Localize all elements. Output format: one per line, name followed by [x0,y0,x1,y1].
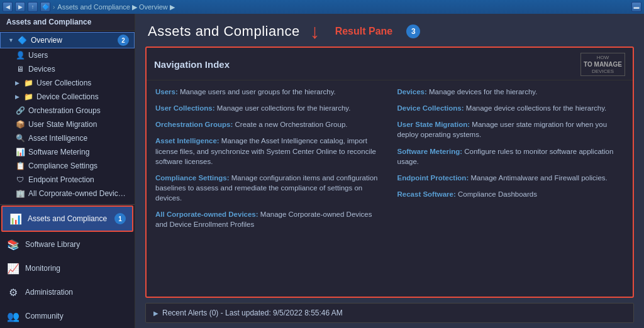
tree-item-software-metering[interactable]: 📊 Software Metering [0,145,135,159]
user-collections-icon: 📁 [23,78,33,88]
title-bar: ◀ ▶ ↑ 🔷 › Assets and Compliance ▶ Overvi… [0,0,644,14]
tree-item-users[interactable]: 👤 Users [0,48,135,62]
nav-entry-dev-text: Manage devices for the hierarchy. [429,88,537,96]
nav-entry-uc-text: Manage user collections for the hierarch… [217,104,351,112]
tree-item-compliance[interactable]: 📋 Compliance Settings [0,159,135,173]
down-arrow-icon: ↓ [310,21,320,41]
overview-icon: 🔷 [18,35,28,45]
compliance-icon: 📋 [15,161,25,171]
community-icon: 👥 [6,309,20,323]
nav-entry-user-collections: User Collections: Manage user collection… [155,103,382,113]
expand-icon-user-collections: ▶ [15,80,19,86]
nav-col-left: Users: Manage users and user groups for … [155,87,382,290]
tree-label-compliance: Compliance Settings [28,161,97,170]
nav-entry-device-collections: Device Collections: Manage device collec… [397,103,625,113]
nav-entry-recast-title: Recast Software: [397,190,458,198]
breadcrumb-item-2[interactable]: Overview [139,3,168,11]
recent-alerts[interactable]: ▶ Recent Alerts (0) - Last updated: 9/5/… [145,303,634,323]
nav-entry-recast-text: Compliance Dashboards [458,190,537,198]
breadcrumb-arrow: ▶ [132,3,137,11]
nav-entry-endpoint: Endpoint Protection: Manage Antimalware … [397,173,625,183]
nav-entry-cs-title: Compliance Settings: [155,174,231,182]
maximize-button[interactable]: ▬ [631,2,641,12]
tree-item-user-collections[interactable]: ▶ 📁 User Collections [0,76,135,90]
administration-icon: ⚙ [6,285,20,299]
nav-monitoring[interactable]: 📈 Monitoring [0,256,135,280]
breadcrumb: Assets and Compliance ▶ Overview ▶ [57,3,174,11]
logo-manage: TO MANAGE [584,61,622,68]
breadcrumb-item-1[interactable]: Assets and Compliance [57,3,130,11]
content-area: Assets and Compliance ↓ Result Pane 3 Na… [135,14,644,328]
icon-button[interactable]: 🔷 [40,2,50,12]
nav-entry-sm-title: Software Metering: [397,148,465,155]
nav-label-community: Community [25,312,64,320]
tree-item-endpoint[interactable]: 🛡 Endpoint Protection [0,173,135,187]
asset-intelligence-icon: 🔍 [15,133,25,143]
sidebar-title: Assets and Compliance [6,18,91,26]
tree-item-overview[interactable]: ▼ 🔷 Overview 2 [0,32,135,48]
nav-entry-dev-title: Devices: [397,88,430,96]
nav-index-title: Navigation Index [154,59,230,70]
users-icon: 👤 [15,50,25,60]
nav-entry-asset-intel: Asset Intelligence: Manage the Asset Int… [155,136,382,166]
nav-entry-ep-title: Endpoint Protection: [397,174,471,182]
nav-community[interactable]: 👥 Community [0,304,135,328]
tree-item-corporate[interactable]: 🏢 All Corporate-owned Devic… [0,187,135,200]
sidebar-tree[interactable]: ▼ 🔷 Overview 2 👤 Users 🖥 Devices ▶ 📁 Use… [0,31,135,204]
result-pane-badge: 3 [406,25,420,38]
nav-label-software: Software Library [25,240,80,249]
nav-entry-software-metering: Software Metering: Configure rules to mo… [397,146,625,167]
result-pane-label: Result Pane [335,26,393,37]
alerts-expand-icon: ▶ [153,310,158,317]
nav-entry-ep-text: Manage Antimalware and Firewall policies… [470,174,607,182]
breadcrumb-sep1: › [53,4,55,11]
nav-entry-dc-title: Device Collections: [397,104,466,112]
corporate-icon: 🏢 [15,189,25,199]
tree-label-overview: Overview [31,36,62,45]
expand-icon-device-collections: ▶ [15,94,19,100]
tree-item-devices[interactable]: 🖥 Devices [0,62,135,76]
back-button[interactable]: ◀ [3,2,13,12]
nav-entry-corp-title: All Corporate-owned Devices: [155,210,260,218]
nav-administration[interactable]: ⚙ Administration [0,280,135,304]
tree-label-device-collections: Device Collections [36,92,99,101]
forward-button[interactable]: ▶ [15,2,25,12]
up-button[interactable]: ↑ [28,2,38,12]
tree-label-orchestration: Orchestration Groups [28,106,101,115]
nav-index-header: Navigation Index HOW TO MANAGE DEVICES [147,48,633,80]
tree-item-asset-intelligence[interactable]: 🔍 Asset Intelligence [0,131,135,145]
nav-entry-corporate: All Corporate-owned Devices: Manage Corp… [155,209,382,229]
tree-label-corporate: All Corporate-owned Devic… [28,189,126,198]
main-layout: Assets and Compliance ▼ 🔷 Overview 2 👤 U… [0,14,644,328]
tree-label-devices: Devices [28,65,55,74]
tree-item-user-state[interactable]: 📦 User State Migration [0,118,135,131]
tree-label-users: Users [28,51,48,60]
nav-entry-ai-title: Asset Intelligence: [155,137,221,145]
tree-label-user-state: User State Migration [28,120,97,129]
nav-entry-users: Users: Manage users and user groups for … [155,87,382,97]
sidebar-nav: 📊 Assets and Compliance 1 📚 Software Lib… [0,204,135,328]
nav-entry-orchestration: Orchestration Groups: Create a new Orche… [155,119,382,129]
nav-entry-orch-title: Orchestration Groups: [155,121,235,128]
nav-assets-compliance[interactable]: 📊 Assets and Compliance 1 [1,205,133,232]
nav-software-library[interactable]: 📚 Software Library [0,232,135,256]
page-title: Assets and Compliance [148,23,300,40]
tree-item-orchestration[interactable]: 🔗 Orchestration Groups [0,104,135,118]
nav-col-right: Devices: Manage devices for the hierarch… [397,87,625,290]
breadcrumb-end-arrow: ▶ [170,3,175,11]
nav-entry-devices: Devices: Manage devices for the hierarch… [397,87,625,97]
endpoint-icon: 🛡 [15,175,25,185]
alerts-label: Recent Alerts (0) - Last updated: 9/5/20… [162,309,343,317]
nav-label-assets: Assets and Compliance [28,214,107,223]
tree-item-device-collections[interactable]: ▶ 📁 Device Collections [0,90,135,104]
assets-compliance-icon: 📊 [9,212,23,226]
window-control[interactable]: ▬ [631,2,641,12]
device-collections-icon: 📁 [23,92,33,102]
devices-icon: 🖥 [15,64,25,74]
nav-label-monitoring: Monitoring [25,264,60,273]
nav-index-card: Navigation Index HOW TO MANAGE DEVICES U… [145,46,634,298]
software-library-icon: 📚 [6,238,20,251]
arrow-annotation: ↓ [310,21,320,41]
nav-entry-uc-title: User Collections: [155,104,217,112]
assets-badge: 1 [114,213,126,224]
